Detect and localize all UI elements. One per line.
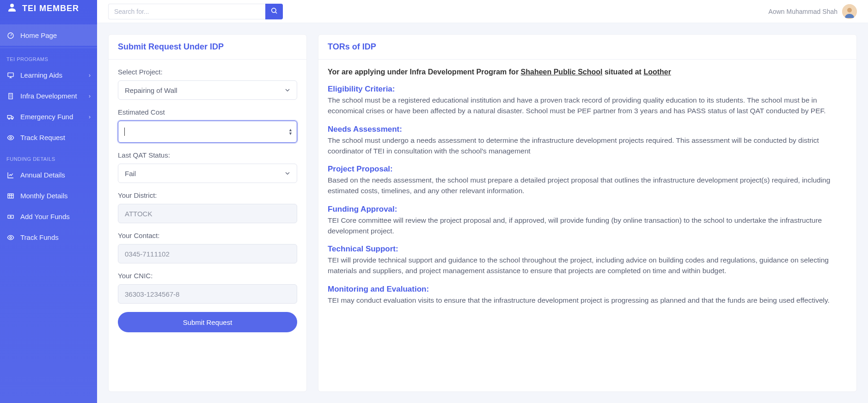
dashboard-icon: [6, 32, 15, 39]
svg-point-11: [10, 237, 12, 238]
submit-button[interactable]: Submit Request: [118, 312, 297, 332]
user-icon: [6, 2, 18, 15]
nav-label: Home Page: [20, 31, 57, 39]
label-district: Your District:: [118, 191, 297, 199]
monitor-icon: [6, 72, 15, 79]
table-icon: [6, 192, 15, 200]
section-programs: TEI PROGRAMS: [0, 48, 97, 65]
nav-learning-aids[interactable]: Learning Aids ›: [0, 65, 97, 85]
tors-section: Monitoring and Evaluation:TEI may conduc…: [328, 285, 847, 305]
tors-section: Project Proposal:Based on the needs asse…: [328, 165, 847, 196]
nav-home[interactable]: Home Page: [0, 25, 97, 46]
district-input: [118, 204, 297, 223]
chevron-right-icon: ›: [89, 72, 91, 79]
tors-section-body: TEI may conduct evaluation visits to ens…: [328, 295, 847, 305]
tors-section-title: Needs Assessment:: [328, 125, 847, 134]
label-project: Select Project:: [118, 68, 297, 76]
svg-point-10: [10, 216, 12, 217]
label-cnic: Your CNIC:: [118, 272, 297, 280]
tors-section-title: Monitoring and Evaluation:: [328, 285, 847, 294]
chart-icon: [6, 171, 15, 179]
nav-track-funds[interactable]: Track Funds: [0, 227, 97, 248]
brand-text: TEI MEMBER: [22, 4, 79, 13]
section-funding: FUNDING DETAILS: [0, 148, 97, 165]
tors-section-body: The school must be a registered educatio…: [328, 95, 847, 116]
content: Submit Request Under IDP Select Project:…: [97, 23, 868, 403]
contact-input: [118, 244, 297, 263]
svg-point-7: [10, 137, 12, 139]
form-card: Submit Request Under IDP Select Project:…: [108, 34, 307, 392]
money-icon: [6, 213, 15, 220]
chevron-right-icon: ›: [89, 93, 91, 99]
school-name: Shaheen Public School: [521, 68, 603, 76]
location-name: Loother: [643, 68, 671, 76]
sidebar: TEI MEMBER Home Page TEI PROGRAMS Learni…: [0, 0, 97, 403]
svg-point-12: [272, 8, 276, 12]
label-contact: Your Contact:: [118, 232, 297, 239]
tors-section-title: Eligibility Criteria:: [328, 85, 847, 94]
tors-section-title: Technical Support:: [328, 244, 847, 254]
building-icon: [6, 92, 15, 100]
search: [108, 4, 283, 19]
cost-input-wrap: ▲▼: [118, 121, 297, 143]
brand[interactable]: TEI MEMBER: [0, 0, 97, 23]
svg-rect-2: [8, 73, 13, 76]
nav-label: Infra Development: [20, 92, 77, 100]
svg-rect-4: [7, 115, 11, 118]
nav-track-request[interactable]: Track Request: [0, 127, 97, 148]
user-area[interactable]: Aown Muhammad Shah: [769, 4, 857, 19]
tors-intro: Yor are applying under Infra Development…: [328, 68, 847, 76]
nav-label: Add Your Funds: [20, 213, 70, 220]
tors-sections: Eligibility Criteria:The school must be …: [328, 85, 847, 305]
select-project[interactable]: Repairing of Wall: [118, 80, 297, 100]
search-input[interactable]: [108, 4, 265, 19]
cost-input[interactable]: [118, 121, 297, 143]
nav-label: Track Funds: [20, 233, 59, 241]
label-cost: Estimated Cost: [118, 108, 297, 116]
tors-section-title: Project Proposal:: [328, 165, 847, 174]
tors-section-body: TEI will provide technical support and g…: [328, 255, 847, 276]
nav-label: Learning Aids: [20, 71, 62, 79]
form-title: Submit Request Under IDP: [109, 35, 306, 60]
tors-section-body: The school must undergo a needs assessme…: [328, 135, 847, 157]
tors-section: Technical Support:TEI will provide techn…: [328, 244, 847, 276]
nav-label: Annual Details: [20, 171, 65, 179]
intro-pre: Yor are applying under Infra Development…: [328, 68, 521, 76]
tors-section: Eligibility Criteria:The school must be …: [328, 85, 847, 116]
tors-section: Funding Approval:TEI Core committee will…: [328, 205, 847, 237]
svg-rect-8: [8, 194, 13, 198]
tors-card: TORs of IDP Yor are applying under Infra…: [318, 34, 857, 392]
eye-icon: [6, 234, 15, 241]
nav-monthly-details[interactable]: Monthly Details: [0, 185, 97, 206]
svg-point-5: [8, 118, 10, 119]
number-spinner[interactable]: ▲▼: [288, 128, 293, 135]
tors-section-title: Funding Approval:: [328, 205, 847, 214]
select-qat[interactable]: Fail: [118, 164, 297, 183]
truck-icon: [6, 113, 15, 121]
nav-emergency-fund[interactable]: Emergency Fund ›: [0, 106, 97, 127]
tors-section: Needs Assessment:The school must undergo…: [328, 125, 847, 157]
search-button[interactable]: [265, 4, 283, 19]
user-name: Aown Muhammad Shah: [769, 8, 837, 15]
svg-point-14: [847, 8, 852, 12]
chevron-right-icon: ›: [89, 114, 91, 120]
nav-label: Emergency Fund: [20, 113, 73, 121]
nav-infra-dev[interactable]: Infra Development ›: [0, 85, 97, 106]
nav-add-funds[interactable]: Add Your Funds: [0, 206, 97, 227]
main: Aown Muhammad Shah Submit Request Under …: [97, 0, 868, 403]
svg-point-6: [12, 118, 13, 119]
search-icon: [270, 7, 278, 16]
text-caret: [124, 128, 125, 136]
tors-section-body: Based on the needs assessment, the schoo…: [328, 175, 847, 196]
label-qat: Last QAT Status:: [118, 151, 297, 159]
avatar: [842, 4, 857, 19]
tors-section-body: TEI Core committee will review the proje…: [328, 215, 847, 237]
nav-label: Track Request: [20, 134, 65, 141]
svg-rect-9: [8, 215, 13, 218]
nav-annual-details[interactable]: Annual Details: [0, 165, 97, 185]
svg-point-0: [10, 4, 14, 7]
tors-title: TORs of IDP: [318, 35, 856, 60]
nav-label: Monthly Details: [20, 192, 68, 200]
intro-mid: situated at: [602, 68, 643, 76]
topbar: Aown Muhammad Shah: [97, 0, 868, 23]
